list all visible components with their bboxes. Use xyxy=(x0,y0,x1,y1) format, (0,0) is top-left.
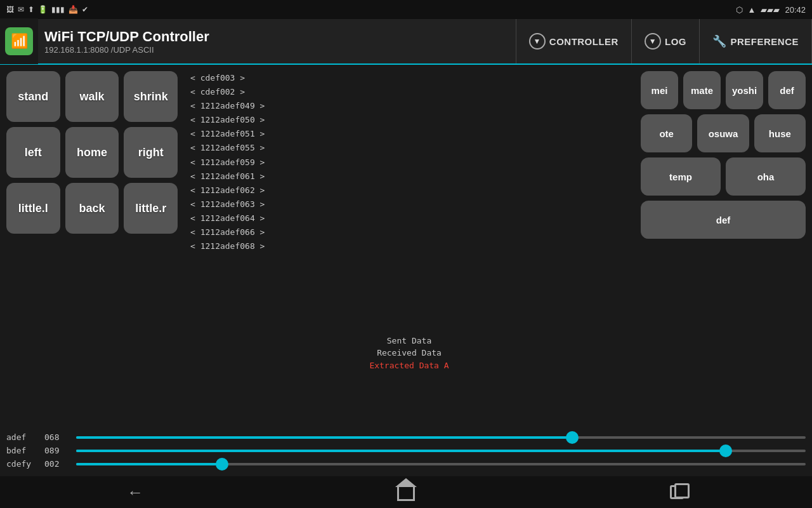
slider-row-adef: adef 068 xyxy=(6,432,806,442)
controller-icon: ▼ xyxy=(529,33,546,50)
nav-bar: ← xyxy=(0,476,812,508)
mei-button[interactable]: mei xyxy=(641,71,678,109)
slider-bdef-fill xyxy=(76,450,726,452)
status-right-icons: ⬡ ▲ ▰▰▰ 20:42 xyxy=(736,5,806,15)
slider-cdefy-name: cdefy xyxy=(6,459,38,469)
log-panel: < cdef003 > < cdef002 > < 1212adef049 > … xyxy=(184,65,634,476)
slider-row-cdefy: cdefy 002 xyxy=(6,459,806,469)
log-entry-1: < cdef002 > xyxy=(190,85,628,99)
slider-row-bdef: bdef 089 xyxy=(6,446,806,455)
stand-button[interactable]: stand xyxy=(6,71,60,122)
connection-info: 192.168.1.1:8080 /UDP ASCII xyxy=(44,45,516,55)
controller-label: CONTROLLER xyxy=(549,36,619,47)
picture-icon: 🖼 xyxy=(6,5,14,14)
home-icon xyxy=(397,486,415,501)
log-entry-8: < 1212adef062 > xyxy=(190,184,628,197)
slider-bdef-track xyxy=(76,450,806,452)
main-area: stand walk shrink left home right little… xyxy=(0,65,812,476)
log-entry-3: < 1212adef050 > xyxy=(190,113,628,127)
recents-icon xyxy=(670,485,684,499)
data-section-labels: Sent Data Received Data Extracted Data A xyxy=(184,335,634,372)
controller-button[interactable]: ▼ CONTROLLER xyxy=(516,19,632,64)
slider-adef-track xyxy=(76,436,806,439)
slider-bdef-name: bdef xyxy=(6,446,38,455)
slider-adef-thumb[interactable] xyxy=(566,431,579,444)
log-entry-7: < 1212adef061 > xyxy=(190,170,628,184)
osuwa-button[interactable]: osuwa xyxy=(697,114,749,152)
slider-cdefy-fill xyxy=(76,463,222,465)
time-display: 20:42 xyxy=(785,5,806,15)
slider-adef-value: 068 xyxy=(44,432,70,442)
received-data-label: Received Data xyxy=(184,347,634,359)
walk-button[interactable]: walk xyxy=(65,71,119,122)
button-row-1: stand walk shrink xyxy=(6,71,178,122)
battery-icon: 🔋 xyxy=(38,5,48,14)
upload-icon: ⬆ xyxy=(28,5,34,14)
slider-cdefy-track xyxy=(76,463,806,465)
log-entry-2: < 1212adef049 > xyxy=(190,99,628,113)
log-entry-12: < 1212adef068 > xyxy=(190,239,628,253)
slider-cdefy-value: 002 xyxy=(44,459,70,469)
right-row-1: mei mate yoshi def xyxy=(641,71,806,109)
log-entry-10: < 1212adef064 > xyxy=(190,211,628,225)
home-button[interactable]: home xyxy=(65,127,119,178)
wifi-icon: 📶 xyxy=(11,33,28,50)
mate-button[interactable]: mate xyxy=(683,71,721,109)
huse-button[interactable]: huse xyxy=(754,114,806,152)
log-icon: ▼ xyxy=(645,33,661,50)
preference-label: PREFERENCE xyxy=(730,36,799,47)
slider-adef-fill xyxy=(76,436,572,439)
nav-back-button[interactable]: ← xyxy=(116,479,154,505)
log-label: LOG xyxy=(665,36,686,47)
nav-home-button[interactable] xyxy=(387,479,425,505)
email-icon: ✉ xyxy=(18,5,24,14)
battery-level-icon: ▰▰▰ xyxy=(761,5,780,15)
back-button[interactable]: back xyxy=(65,183,119,234)
left-button[interactable]: left xyxy=(6,127,60,178)
status-bar: 🖼 ✉ ⬆ 🔋 ▮▮▮ 📥 ✔ ⬡ ▲ ▰▰▰ 20:42 xyxy=(0,0,812,19)
bluetooth-icon: ⬡ xyxy=(736,5,743,15)
app-icon: 📶 xyxy=(0,18,38,64)
check-icon: ✔ xyxy=(82,5,88,14)
preference-button[interactable]: 🔧 PREFERENCE xyxy=(700,19,812,64)
temp-button[interactable]: temp xyxy=(641,157,721,196)
wifi-strength-icon: ▲ xyxy=(748,5,756,15)
log-entry-9: < 1212adef063 > xyxy=(190,197,628,211)
log-button[interactable]: ▼ LOG xyxy=(632,19,700,64)
inbox-icon: 📥 xyxy=(69,5,78,14)
nav-recents-button[interactable] xyxy=(658,479,696,505)
yoshi-button[interactable]: yoshi xyxy=(726,71,763,109)
log-entry-11: < 1212adef066 > xyxy=(190,225,628,239)
slider-adef-name: adef xyxy=(6,432,38,442)
toolbar-actions: ▼ CONTROLLER ▼ LOG 🔧 PREFERENCE xyxy=(516,19,812,64)
slider-bdef-value: 089 xyxy=(44,446,70,455)
right-row-3: temp oha xyxy=(641,157,806,196)
status-icons: 🖼 ✉ ⬆ 🔋 ▮▮▮ 📥 ✔ xyxy=(6,5,88,14)
ote-button[interactable]: ote xyxy=(641,114,692,152)
little-l-button[interactable]: little.l xyxy=(6,183,60,234)
little-r-button[interactable]: little.r xyxy=(124,183,178,234)
slider-bdef-thumb[interactable] xyxy=(719,444,732,457)
def-button-2[interactable]: def xyxy=(641,201,806,239)
sent-data-label: Sent Data xyxy=(184,335,634,347)
right-button[interactable]: right xyxy=(124,127,178,178)
left-control-panel: stand walk shrink left home right little… xyxy=(0,65,184,476)
wifi-icon-box: 📶 xyxy=(5,27,33,55)
slider-cdefy-thumb[interactable] xyxy=(216,458,228,471)
button-row-2: left home right xyxy=(6,127,178,178)
back-arrow-icon: ← xyxy=(127,483,143,502)
log-entry-6: < 1212adef059 > xyxy=(190,156,628,170)
button-row-3: little.l back little.r xyxy=(6,183,178,234)
def-button-1[interactable]: def xyxy=(768,71,806,109)
right-row-4: def xyxy=(641,201,806,239)
log-entry-5: < 1212adef055 > xyxy=(190,141,628,155)
barcode-icon: ▮▮▮ xyxy=(51,5,65,14)
right-row-2: ote osuwa huse xyxy=(641,114,806,152)
wrench-icon: 🔧 xyxy=(712,34,727,48)
bottom-slider-area: adef 068 bdef 089 cdefy 002 xyxy=(0,429,812,476)
shrink-button[interactable]: shrink xyxy=(124,71,178,122)
oha-button[interactable]: oha xyxy=(726,157,806,196)
app-title: WiFi TCP/UDP Controller 192.168.1.1:8080… xyxy=(38,29,516,55)
log-entry-0: < cdef003 > xyxy=(190,71,628,85)
right-control-panel: mei mate yoshi def ote osuwa huse temp o… xyxy=(634,65,812,476)
